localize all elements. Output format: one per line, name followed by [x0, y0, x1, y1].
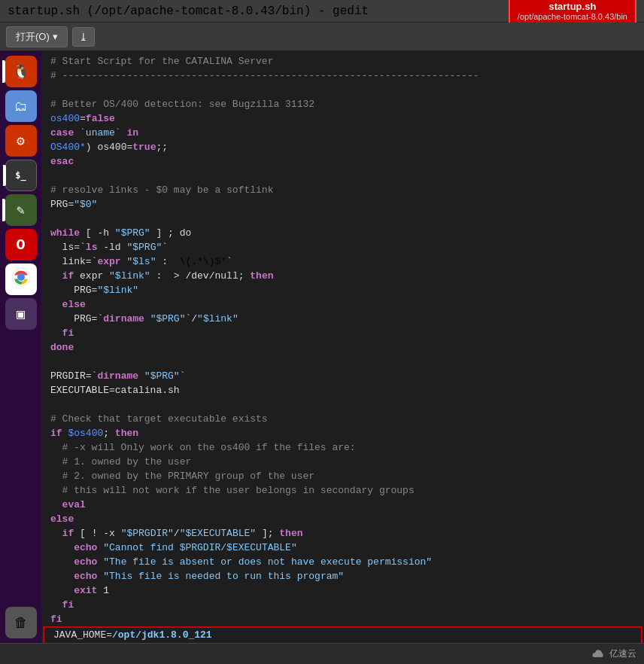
unity-icon: ▣	[17, 306, 25, 322]
settings-icon: ⚙	[17, 132, 25, 149]
files-icon: 🗂	[14, 99, 28, 114]
code-line: # resolve links - $0 may be a softlink	[41, 183, 644, 197]
sidebar-icon-trash[interactable]: 🗑	[5, 607, 37, 638]
chrome-icon	[11, 267, 31, 291]
open-label: 打开(O)	[16, 30, 50, 44]
code-line: # Better OS/400 detection: see Bugzilla …	[41, 97, 644, 111]
sidebar-icon-settings[interactable]: ⚙	[5, 125, 37, 157]
code-line: # 1. owned by the user	[41, 455, 644, 469]
save-button[interactable]: ⤓	[72, 27, 95, 47]
code-line: OS400*) os400=true;;	[41, 140, 644, 154]
code-line: eval	[41, 498, 644, 512]
sidebar: 🐧 🗂 ⚙ $_ ✎ O	[0, 51, 41, 643]
sidebar-icon-terminal[interactable]: $_	[5, 160, 37, 191]
code-line: echo "The file is absent or does not hav…	[41, 555, 644, 569]
code-line	[41, 83, 644, 97]
file-name: startup.sh	[518, 1, 627, 12]
code-line: exit 1	[41, 583, 644, 598]
code-line: PRG="$link"	[41, 283, 644, 297]
sidebar-icon-opera[interactable]: O	[5, 229, 37, 260]
code-line: ls=`ls -ld "$PRG"`	[41, 240, 644, 254]
code-line: case `uname` in	[41, 126, 644, 140]
code-line: # Start Script for the CATALINA Server	[41, 54, 644, 69]
svg-point-1	[17, 273, 25, 281]
yiyun-logo: 亿速云	[592, 647, 636, 660]
toolbar: 打开(O) ▾ ⤓	[0, 23, 644, 51]
sidebar-icon-unity[interactable]: ▣	[5, 298, 37, 330]
title-text: startup.sh (/opt/apache-tomcat-8.0.43/bi…	[8, 5, 369, 18]
code-line: else	[41, 512, 644, 526]
file-info-badge: startup.sh /opt/apache-tomcat-8.0.43/bin	[509, 0, 636, 25]
sidebar-icon-files[interactable]: 🗂	[5, 90, 37, 122]
code-line: PRGDIR=`dirname "$PRG"`	[41, 369, 644, 383]
code-line: if expr "$link" : > /dev/null; then	[41, 269, 644, 283]
code-line: JAVA_HOME=/opt/jdk1.8.0_121	[44, 628, 641, 642]
texteditor-icon: ✎	[17, 202, 25, 218]
file-path: /opt/apache-tomcat-8.0.43/bin	[518, 12, 627, 21]
sidebar-icon-texteditor[interactable]: ✎	[5, 194, 37, 226]
bottom-bar: 亿速云	[0, 643, 644, 664]
open-button[interactable]: 打开(O) ▾	[6, 26, 68, 47]
save-icon: ⤓	[79, 31, 88, 43]
code-line: link=`expr "$ls" : \(.*\)$'`	[41, 254, 644, 269]
code-line: # -x will Only work on the os400 if the …	[41, 440, 644, 455]
code-line: esac	[41, 154, 644, 169]
code-line: if [ ! -x "$PRGDIR"/"$EXECUTABLE" ]; the…	[41, 526, 644, 541]
code-line: PRG=`dirname "$PRG"`/"$link"	[41, 312, 644, 326]
code-line: fi	[41, 598, 644, 612]
code-line: EXECUTABLE=catalina.sh	[41, 383, 644, 397]
code-line: os400=false	[41, 111, 644, 126]
sidebar-icon-ubuntu[interactable]: 🐧	[5, 56, 37, 87]
code-line	[41, 397, 644, 412]
code-line	[41, 169, 644, 183]
trash-icon: 🗑	[14, 615, 28, 631]
code-line: # this will not work if the user belongs…	[41, 483, 644, 498]
terminal-icon: $_	[15, 170, 26, 181]
title-bar: startup.sh (/opt/apache-tomcat-8.0.43/bi…	[0, 0, 644, 23]
opera-icon: O	[16, 236, 25, 254]
code-line: if $os400; then	[41, 426, 644, 440]
code-line: PRG="$0"	[41, 197, 644, 212]
ubuntu-icon: 🐧	[13, 63, 29, 80]
code-line: # --------------------------------------…	[41, 69, 644, 83]
code-line: echo "This file is needed to run this pr…	[41, 569, 644, 583]
sidebar-icon-chrome[interactable]	[5, 263, 37, 295]
code-line: else	[41, 297, 644, 312]
code-line: fi	[41, 612, 644, 626]
dropdown-arrow: ▾	[53, 31, 58, 42]
code-line: # Check that target executable exists	[41, 412, 644, 426]
highlight-block: JAVA_HOME=/opt/jdk1.8.0_121JRE_HOME=${JA…	[43, 626, 642, 643]
code-line	[41, 212, 644, 226]
main-content: 🐧 🗂 ⚙ $_ ✎ O	[0, 51, 644, 643]
code-line: # 2. owned by the PRIMARY group of the u…	[41, 469, 644, 483]
code-line: fi	[41, 326, 644, 340]
code-line	[41, 355, 644, 369]
code-line: while [ -h "$PRG" ] ; do	[41, 226, 644, 240]
code-line: done	[41, 340, 644, 355]
code-content: # Start Script for the CATALINA Server# …	[41, 54, 644, 643]
code-editor[interactable]: # Start Script for the CATALINA Server# …	[41, 51, 644, 643]
code-line: echo "Cannot find $PRGDIR/$EXECUTABLE"	[41, 541, 644, 555]
